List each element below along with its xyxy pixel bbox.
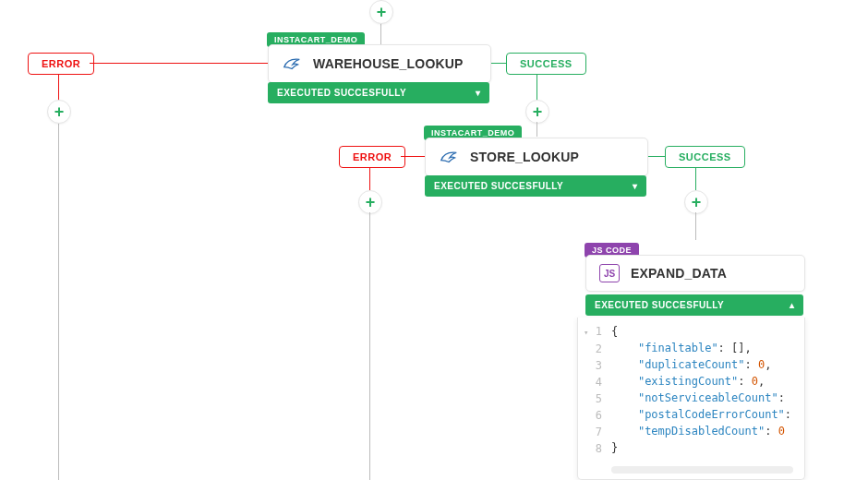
node-status-bar[interactable]: EXECUTED SUCCESFULLY ▾ (425, 175, 646, 197)
dolphin-icon (439, 147, 459, 167)
code-gutter: ▾ 1 2 3 4 5 6 7 8 (580, 323, 611, 457)
connector-line-success (536, 75, 537, 102)
expand-data-node[interactable]: JS EXPAND_DATA (585, 255, 805, 292)
status-text: EXECUTED SUCCESFULLY (277, 88, 406, 98)
store-lookup-node[interactable]: STORE_LOOKUP (425, 138, 648, 176)
add-node-button[interactable]: + (684, 190, 708, 214)
chevron-down-icon: ▾ (633, 181, 638, 191)
dolphin-icon (282, 54, 302, 74)
node-status-bar[interactable]: EXECUTED SUCCESFULLY ▴ (585, 294, 803, 316)
warehouse-lookup-node[interactable]: WAREHOUSE_LOOKUP (268, 44, 491, 83)
code-content: { "finaltable": [], "duplicateCount": 0,… (611, 323, 791, 457)
fold-toggle-icon[interactable]: ▾ (584, 328, 588, 337)
connector-line-success (646, 156, 665, 157)
connector-line-success (489, 63, 506, 64)
connector-line-error (90, 63, 268, 64)
error-pill[interactable]: ERROR (339, 146, 405, 168)
node-title: EXPAND_DATA (631, 266, 727, 281)
add-node-button[interactable]: + (47, 100, 71, 124)
add-node-button[interactable]: + (358, 190, 382, 214)
node-status-bar[interactable]: EXECUTED SUCCESFULLY ▾ (268, 82, 489, 103)
code-output-panel: ▾ 1 2 3 4 5 6 7 8 { "finaltable": [], "d… (577, 318, 805, 480)
add-node-button[interactable]: + (369, 0, 393, 24)
status-text: EXECUTED SUCCESFULLY (595, 300, 724, 310)
connector-line (369, 212, 370, 480)
code-body[interactable]: ▾ 1 2 3 4 5 6 7 8 { "finaltable": [], "d… (578, 318, 804, 466)
chevron-up-icon: ▴ (790, 300, 795, 310)
node-title: WAREHOUSE_LOOKUP (313, 56, 464, 71)
status-text: EXECUTED SUCCESFULLY (434, 181, 563, 191)
connector-line (695, 212, 696, 240)
chevron-down-icon: ▾ (476, 88, 481, 98)
js-icon: JS (599, 264, 620, 282)
success-pill[interactable]: SUCCESS (665, 146, 745, 168)
connector-line-error (369, 168, 370, 190)
success-pill[interactable]: SUCCESS (506, 53, 586, 75)
horizontal-scrollbar[interactable] (611, 466, 793, 474)
error-pill[interactable]: ERROR (28, 53, 94, 75)
connector-line (58, 122, 59, 480)
connector-line (536, 122, 537, 137)
workflow-canvas[interactable]: + ERROR + SUCCESS + INSTACART_DEMO WAREH… (0, 0, 868, 480)
connector-line-error (401, 156, 425, 157)
connector-line-success (695, 168, 696, 190)
add-node-button[interactable]: + (525, 100, 549, 124)
node-title: STORE_LOOKUP (470, 150, 579, 164)
